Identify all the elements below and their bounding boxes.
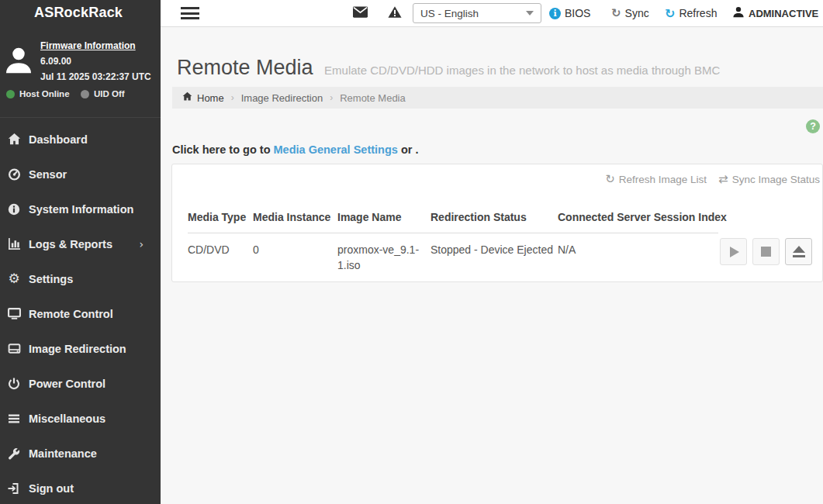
user-icon bbox=[732, 5, 745, 21]
sync-image-status-button[interactable]: ⇄ Sync Image Status bbox=[718, 174, 820, 185]
refresh-circle-icon: ↻ bbox=[605, 174, 615, 185]
username-label: ADMINACTIVE bbox=[749, 8, 818, 19]
sidebar-item-sensor[interactable]: Sensor bbox=[0, 157, 161, 192]
cell-session-index: N/A bbox=[558, 242, 724, 273]
page-subtitle: Emulate CD/DVD/HDD images in the network… bbox=[324, 64, 720, 77]
table-header-divider bbox=[188, 233, 718, 233]
wrench-icon bbox=[5, 447, 22, 460]
host-status-label: Host Online bbox=[19, 89, 70, 98]
sidebar-item-dashboard[interactable]: Dashboard bbox=[0, 122, 161, 157]
alerts-button[interactable] bbox=[388, 5, 402, 22]
stop-media-button[interactable] bbox=[752, 238, 780, 265]
stop-icon bbox=[761, 247, 771, 257]
brand-logo: ASRockRack bbox=[34, 5, 123, 21]
breadcrumb-home[interactable]: Home bbox=[182, 91, 224, 104]
disk-icon bbox=[5, 342, 22, 355]
user-menu[interactable]: ADMINACTIVE bbox=[732, 0, 823, 26]
sidebar-item-sign-out[interactable]: Sign out bbox=[0, 471, 161, 504]
refresh-image-list-button[interactable]: ↻ Refresh Image List bbox=[605, 174, 707, 185]
info-icon bbox=[5, 203, 22, 216]
breadcrumb-current: Remote Media bbox=[340, 92, 406, 104]
monitor-icon bbox=[5, 307, 22, 320]
col-media-type: Media Type bbox=[188, 211, 253, 223]
topbar: US - English i BIOS ↻ Sync ↻ Refresh ADM… bbox=[161, 0, 823, 27]
sign-out-icon bbox=[5, 482, 22, 495]
col-media-instance: Media Instance bbox=[253, 211, 337, 223]
table-row: CD/DVD 0 proxmox-ve_9.1-1.iso Stopped - … bbox=[188, 242, 724, 273]
eject-media-button[interactable] bbox=[785, 238, 812, 265]
sync-label: Sync bbox=[625, 7, 649, 19]
gear-icon: ⚙ bbox=[5, 272, 22, 285]
sidebar-item-logs-reports[interactable]: Logs & Reports › bbox=[0, 226, 161, 261]
settings-note: Click here to go to Media General Settin… bbox=[172, 143, 418, 156]
messages-button[interactable] bbox=[353, 6, 368, 21]
col-session-index: Connected Server Session Index bbox=[558, 211, 724, 223]
sync-button[interactable]: ↻ Sync bbox=[611, 0, 649, 26]
play-icon bbox=[730, 247, 739, 257]
cell-redirection-status: Stopped - Device Ejected bbox=[431, 242, 558, 273]
bars-icon bbox=[5, 413, 22, 424]
uid-status-label: UID Off bbox=[94, 89, 125, 98]
power-icon bbox=[5, 378, 22, 390]
bar-chart-icon bbox=[5, 237, 22, 250]
firmware-information-link[interactable]: Firmware Information bbox=[40, 40, 136, 51]
host-online-dot bbox=[6, 90, 15, 98]
sidebar-item-miscellaneous[interactable]: Miscellaneous bbox=[0, 401, 161, 436]
language-value: US - English bbox=[420, 8, 479, 19]
eject-icon bbox=[793, 246, 805, 257]
chevron-right-icon: › bbox=[139, 238, 144, 250]
breadcrumb: Home › Image Redirection › Remote Media bbox=[172, 87, 823, 109]
user-avatar-icon bbox=[3, 40, 34, 84]
remote-media-panel: ↻ Refresh Image List ⇄ Sync Image Status… bbox=[171, 164, 823, 282]
cell-image-name: proxmox-ve_9.1-1.iso bbox=[337, 242, 431, 273]
firmware-version: 6.09.00 bbox=[40, 56, 71, 67]
menu-toggle-icon[interactable] bbox=[181, 7, 199, 22]
sync-arrows-icon: ⇄ bbox=[718, 174, 728, 185]
gauge-icon bbox=[5, 167, 22, 181]
sidebar-menu: Dashboard Sensor System Information Logs… bbox=[0, 122, 161, 504]
breadcrumb-separator: › bbox=[330, 92, 333, 103]
sidebar-item-settings[interactable]: ⚙ Settings bbox=[0, 261, 161, 296]
bios-info-icon: i bbox=[549, 8, 561, 19]
sync-icon: ↻ bbox=[611, 6, 621, 20]
uid-status: UID Off bbox=[81, 89, 125, 98]
bios-button[interactable]: i BIOS bbox=[549, 0, 590, 26]
language-select[interactable]: US - English bbox=[413, 3, 541, 23]
breadcrumb-separator: › bbox=[231, 92, 234, 103]
envelope-icon bbox=[353, 7, 368, 20]
sidebar-item-maintenance[interactable]: Maintenance bbox=[0, 436, 161, 471]
refresh-label: Refresh bbox=[679, 7, 717, 19]
host-status: Host Online bbox=[6, 89, 70, 98]
sidebar-item-image-redirection[interactable]: Image Redirection bbox=[0, 331, 161, 366]
warning-icon bbox=[388, 8, 402, 21]
refresh-icon: ↻ bbox=[665, 6, 675, 21]
table-header-row: Media Type Media Instance Image Name Red… bbox=[188, 211, 724, 223]
sidebar: ASRockRack Firmware Information 6.09.00 … bbox=[0, 0, 161, 504]
cell-media-instance: 0 bbox=[253, 242, 337, 273]
media-actions bbox=[720, 238, 812, 265]
home-icon bbox=[182, 91, 192, 104]
home-icon bbox=[5, 133, 22, 146]
page-title: Remote Media bbox=[177, 56, 313, 79]
chevron-down-icon bbox=[526, 11, 534, 16]
col-redirection-status: Redirection Status bbox=[431, 211, 558, 223]
media-general-settings-link[interactable]: Media General Settings bbox=[274, 143, 398, 156]
col-image-name: Image Name bbox=[337, 211, 431, 223]
main-content: Remote Media Emulate CD/DVD/HDD images i… bbox=[161, 27, 823, 504]
refresh-button[interactable]: ↻ Refresh bbox=[665, 0, 717, 26]
help-icon[interactable]: ? bbox=[806, 119, 820, 133]
sidebar-divider bbox=[0, 117, 161, 118]
cell-media-type: CD/DVD bbox=[188, 242, 253, 273]
sidebar-item-power-control[interactable]: Power Control bbox=[0, 366, 161, 401]
sidebar-item-system-information[interactable]: System Information bbox=[0, 192, 161, 226]
firmware-date: Jul 11 2025 03:22:37 UTC bbox=[40, 71, 151, 82]
breadcrumb-image-redirection[interactable]: Image Redirection bbox=[241, 92, 323, 104]
sidebar-item-remote-control[interactable]: Remote Control bbox=[0, 296, 161, 331]
start-media-button[interactable] bbox=[720, 238, 747, 265]
bios-label: BIOS bbox=[565, 7, 590, 19]
uid-off-dot bbox=[81, 90, 89, 98]
